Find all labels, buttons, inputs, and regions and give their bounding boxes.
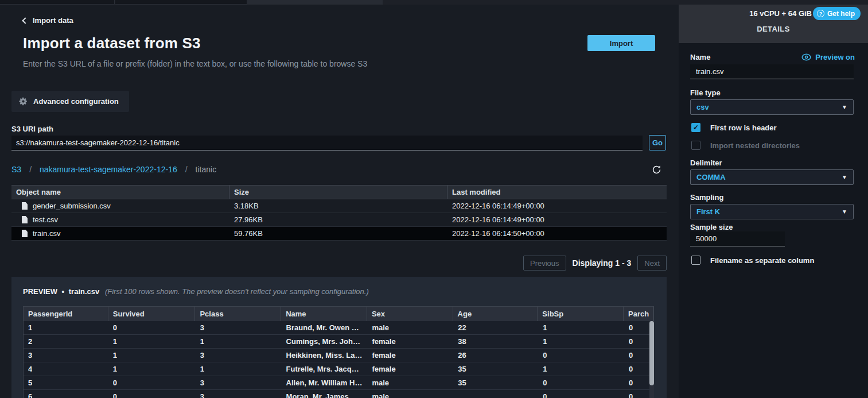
preview-column-header-name: Name: [281, 307, 367, 321]
import-button[interactable]: Import: [587, 35, 655, 51]
object-row[interactable]: test.csv27.96KB2022-12-16 06:14:49+00:00: [11, 213, 667, 227]
sidebar-header: 16 vCPU + 64 GiB ? Get help DETAILS: [679, 5, 868, 43]
preview-panel: PREVIEW • train.csv (First 100 rows show…: [11, 277, 667, 398]
tab-segment-active[interactable]: [247, 0, 383, 5]
preview-scrollbar-thumb[interactable]: [649, 321, 654, 385]
preview-note: (First 100 rows shown. The preview doesn…: [105, 287, 369, 296]
filename-separate-column-checkbox[interactable]: Filename as separate column: [691, 256, 814, 265]
preview-cell: Cumings, Mrs. John Bra…: [282, 335, 368, 348]
back-link-label: Import data: [33, 16, 73, 25]
preview-cell: Futrelle, Mrs. Jacques H…: [282, 362, 368, 376]
preview-file-name: train.csv: [69, 287, 99, 296]
advanced-configuration-button[interactable]: Advanced configuration: [11, 91, 129, 112]
breadcrumb-separator: /: [185, 165, 188, 174]
breadcrumb-current: titanic: [196, 165, 217, 174]
advanced-configuration-label: Advanced configuration: [33, 97, 119, 106]
preview-cell: 1: [538, 321, 624, 334]
sampling-label: Sampling: [690, 193, 724, 202]
import-nested-directories-label: Import nested directories: [710, 141, 800, 150]
filename-separate-column-label: Filename as separate column: [710, 256, 814, 265]
object-name-cell: test.csv: [11, 213, 229, 226]
preview-cell: [453, 390, 538, 398]
get-help-label: Get help: [827, 10, 855, 18]
objects-table-body: gender_submission.csv3.18KB2022-12-16 06…: [11, 199, 667, 241]
object-size-cell: 27.96KB: [229, 213, 447, 226]
preview-cell: 0: [108, 376, 196, 389]
preview-cell: 3: [196, 349, 282, 362]
preview-title: PREVIEW: [23, 287, 57, 296]
back-link[interactable]: Import data: [23, 16, 73, 25]
object-row[interactable]: gender_submission.csv3.18KB2022-12-16 06…: [11, 199, 667, 213]
delimiter-select[interactable]: COMMA ▼: [690, 169, 854, 185]
file-icon: [22, 216, 28, 223]
file-icon: [22, 202, 28, 210]
eye-icon: [801, 53, 811, 61]
preview-cell: 0: [538, 390, 624, 398]
tab-segment[interactable]: [115, 0, 247, 5]
sample-size-input[interactable]: [690, 231, 785, 246]
file-type-value: csv: [696, 103, 709, 111]
preview-cell: female: [367, 335, 453, 348]
checkbox-checked-icon: ✓: [691, 123, 700, 132]
preview-cell: 5: [24, 376, 108, 389]
preview-cell: 4: [24, 362, 108, 376]
preview-cell: Heikkinen, Miss. Laina: [282, 349, 368, 362]
objects-table-header: Object nameSizeLast modified: [11, 185, 667, 199]
preview-scrollbar[interactable]: [649, 321, 654, 398]
refresh-icon: [652, 165, 663, 175]
file-icon: [22, 230, 28, 237]
import-nested-directories-checkbox[interactable]: Import nested directories: [691, 141, 800, 150]
pagination: Previous Displaying 1 - 3 Next: [537, 256, 667, 271]
preview-cell: male: [367, 321, 453, 334]
main-content: Import data Import a dataset from S3 Imp…: [0, 5, 679, 398]
preview-cell: male: [367, 376, 453, 389]
dataset-name-input[interactable]: [690, 64, 854, 79]
preview-table-header: PassengerIdSurvivedPclassNameSexAgeSibSp…: [23, 306, 654, 321]
preview-row: 503Allen, Mr. William Henrymale3500: [24, 376, 654, 390]
previous-page-button[interactable]: Previous: [523, 256, 566, 271]
delimiter-value: COMMA: [696, 173, 726, 181]
preview-cell: 1: [24, 321, 108, 334]
checkbox-unchecked-icon: [691, 141, 700, 150]
preview-toggle[interactable]: Preview on: [801, 53, 855, 61]
preview-cell: 3: [24, 349, 108, 362]
object-name: train.csv: [33, 229, 60, 238]
chevron-down-icon: ▼: [842, 104, 847, 110]
next-page-button[interactable]: Next: [637, 256, 667, 271]
preview-table: PassengerIdSurvivedPclassNameSexAgeSibSp…: [23, 306, 654, 398]
top-tab-strip: [0, 0, 868, 5]
preview-cell: 3: [196, 376, 282, 389]
object-row[interactable]: train.csv59.76KB2022-12-16 06:14:50+00:0…: [11, 227, 667, 241]
chevron-left-icon: [22, 17, 28, 24]
preview-column-header-pclass: Pclass: [195, 307, 281, 321]
page-title: Import a dataset from S3: [23, 34, 201, 52]
preview-row: 411Futrelle, Mrs. Jacques H…female3510: [24, 362, 654, 376]
preview-cell: female: [367, 362, 453, 376]
preview-cell: Allen, Mr. William Henry: [282, 376, 368, 389]
sample-size-label: Sample size: [690, 223, 733, 231]
first-row-header-checkbox[interactable]: ✓ First row is header: [691, 123, 777, 132]
breadcrumb-s3[interactable]: S3: [11, 165, 21, 174]
preview-cell: 1: [108, 362, 196, 376]
preview-cell: 38: [453, 335, 538, 348]
refresh-button[interactable]: [652, 164, 663, 175]
tab-segment[interactable]: [0, 0, 115, 5]
file-type-select[interactable]: csv ▼: [690, 99, 854, 115]
preview-row: 103Braund, Mr. Owen Harrismale2210: [24, 321, 654, 335]
preview-cell: 1: [538, 335, 624, 348]
breadcrumb-bucket[interactable]: nakamura-test-sagemaker-2022-12-16: [40, 165, 177, 174]
get-help-button[interactable]: ? Get help: [813, 7, 861, 20]
object-name-cell: gender_submission.csv: [11, 199, 229, 212]
preview-cell: Braund, Mr. Owen Harris: [282, 321, 368, 334]
preview-cell: 0: [108, 321, 196, 334]
column-header-object-name: Object name: [11, 186, 229, 199]
preview-cell: 1: [196, 362, 282, 376]
go-button[interactable]: Go: [649, 135, 666, 150]
object-name: test.csv: [33, 215, 58, 224]
breadcrumb: S3 / nakamura-test-sagemaker-2022-12-16 …: [11, 165, 216, 174]
sampling-value: First K: [696, 207, 720, 216]
name-label: Name: [690, 53, 710, 61]
preview-cell: 2: [24, 335, 108, 348]
sampling-select[interactable]: First K ▼: [690, 204, 854, 219]
s3-uri-input[interactable]: [11, 136, 643, 150]
